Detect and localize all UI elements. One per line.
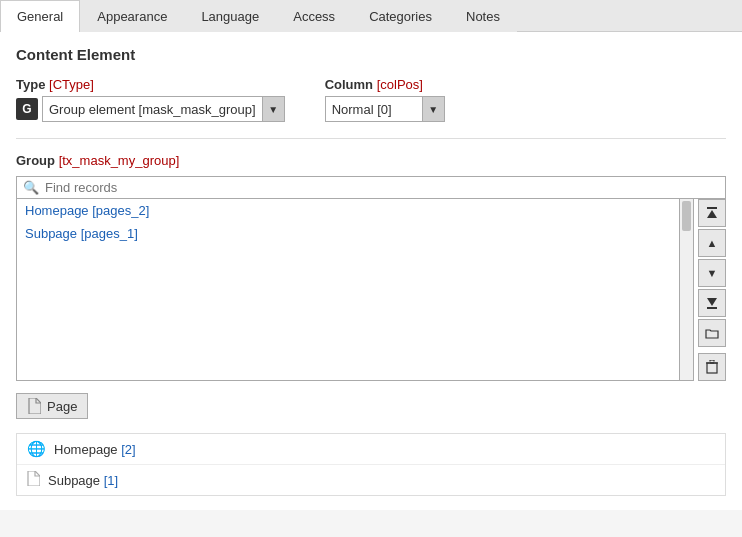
result-item-homepage: 🌐 Homepage [2] xyxy=(17,434,725,465)
action-buttons: ▲ ▼ xyxy=(698,199,726,381)
tab-language[interactable]: Language xyxy=(184,0,276,32)
list-item[interactable]: Homepage [pages_2] xyxy=(17,199,679,222)
add-button-label: Page xyxy=(47,399,77,414)
list-item[interactable]: Subpage [pages_1] xyxy=(17,222,679,245)
page-icon xyxy=(27,471,40,489)
subpage-id: [1] xyxy=(104,473,118,488)
homepage-id: [2] xyxy=(121,442,135,457)
tab-general[interactable]: General xyxy=(0,0,80,32)
add-page-button[interactable]: Page xyxy=(16,393,88,419)
type-label: Type [CType] xyxy=(16,77,285,92)
main-content: Content Element Type [CType] G Group ele… xyxy=(0,32,742,510)
divider xyxy=(16,138,726,139)
column-label: Column [colPos] xyxy=(325,77,445,92)
type-select-wrapper: G Group element [mask_mask_group] ▼ xyxy=(16,96,285,122)
column-select[interactable]: Normal [0] ▼ xyxy=(325,96,445,122)
list-scrollbar[interactable] xyxy=(680,199,694,381)
tab-notes[interactable]: Notes xyxy=(449,0,517,32)
column-select-value: Normal [0] xyxy=(326,102,422,117)
tab-bar: General Appearance Language Access Categ… xyxy=(0,0,742,32)
type-select-arrow: ▼ xyxy=(262,97,284,121)
section-title: Content Element xyxy=(16,46,726,63)
type-field-group: Type [CType] G Group element [mask_mask_… xyxy=(16,77,285,122)
list-area: Homepage [pages_2] Subpage [pages_1] xyxy=(16,199,680,381)
svg-marker-1 xyxy=(707,210,717,218)
column-field-group: Column [colPos] Normal [0] ▼ xyxy=(325,77,445,122)
result-item-subpage: Subpage [1] xyxy=(17,465,725,495)
field-row: Type [CType] G Group element [mask_mask_… xyxy=(16,77,726,122)
move-up-button[interactable]: ▲ xyxy=(698,229,726,257)
column-select-arrow: ▼ xyxy=(422,97,444,121)
list-area-wrapper: Homepage [pages_2] Subpage [pages_1] ▲ ▼ xyxy=(16,199,726,381)
search-box: 🔍 xyxy=(16,176,726,199)
column-db-field: [colPos] xyxy=(377,77,423,92)
homepage-label: Homepage [2] xyxy=(54,442,136,457)
search-icon: 🔍 xyxy=(23,180,39,195)
result-list: 🌐 Homepage [2] Subpage [1] xyxy=(16,433,726,496)
move-bottom-button[interactable] xyxy=(698,289,726,317)
group-db-field: [tx_mask_my_group] xyxy=(59,153,180,168)
delete-button[interactable] xyxy=(698,353,726,381)
scroll-thumb xyxy=(682,201,691,231)
subpage-label: Subpage [1] xyxy=(48,473,118,488)
globe-icon: 🌐 xyxy=(27,440,46,458)
type-select[interactable]: Group element [mask_mask_group] ▼ xyxy=(42,96,285,122)
group-label: Group [tx_mask_my_group] xyxy=(16,153,726,168)
open-folder-button[interactable] xyxy=(698,319,726,347)
tab-categories[interactable]: Categories xyxy=(352,0,449,32)
page-icon xyxy=(27,398,41,414)
svg-rect-4 xyxy=(707,363,717,373)
tab-access[interactable]: Access xyxy=(276,0,352,32)
search-input[interactable] xyxy=(45,180,719,195)
tab-appearance[interactable]: Appearance xyxy=(80,0,184,32)
svg-marker-2 xyxy=(707,298,717,306)
move-top-button[interactable] xyxy=(698,199,726,227)
type-icon: G xyxy=(16,98,38,120)
type-select-value: Group element [mask_mask_group] xyxy=(43,102,262,117)
type-db-field: [CType] xyxy=(49,77,94,92)
move-down-button[interactable]: ▼ xyxy=(698,259,726,287)
